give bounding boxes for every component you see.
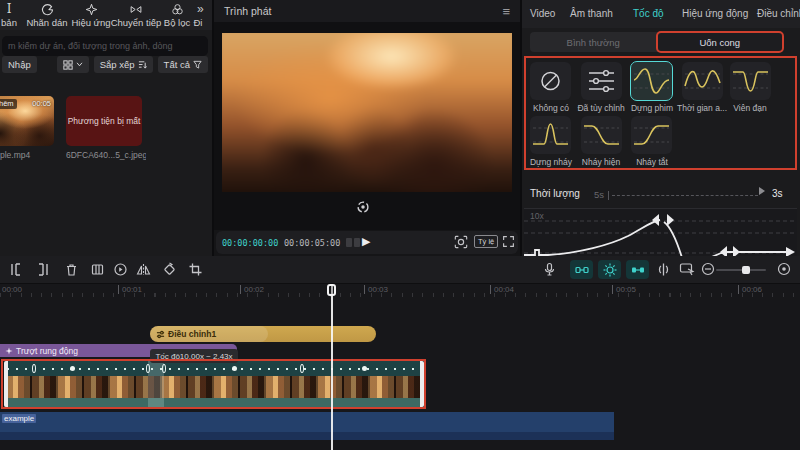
clip-left-handle[interactable] <box>4 361 8 407</box>
snapping-toggle[interactable] <box>598 260 621 279</box>
mode-normal-button[interactable]: Bình thường <box>530 32 657 52</box>
adjustment-clip[interactable]: Điều chỉnh1 <box>150 326 376 342</box>
filter-icon <box>171 2 184 16</box>
filter-all-button[interactable]: Tất cả <box>158 56 208 73</box>
menu-item-label: Hiệu ứng <box>71 17 110 28</box>
speed-mode-switch: Bình thường Uốn cong <box>530 32 783 52</box>
ruler-label: 00:05 <box>612 285 636 294</box>
clip-audio-strip <box>4 398 424 407</box>
sort-button[interactable]: Sắp xếp <box>94 56 153 73</box>
jump-cut-curve-icon <box>530 116 571 154</box>
speed-tooltip: Tốc độ10.00x ~ 2.43x <box>150 349 238 363</box>
clip-right-handle[interactable] <box>420 361 424 407</box>
timeline-section: 00:00 00:01 00:02 00:03 00:04 00:05 00:0… <box>0 256 800 450</box>
tab-adjust[interactable]: Điều chỉnh <box>757 8 800 19</box>
video-clip[interactable] <box>4 361 424 407</box>
reverse-icon[interactable] <box>113 262 128 277</box>
player-title: Trình phát <box>224 5 271 17</box>
speed-scale-label: 10x <box>530 211 544 221</box>
menu-item-text[interactable]: I bản <box>0 2 22 28</box>
flash-in-curve-icon <box>581 116 622 154</box>
tab-speed[interactable]: Tốc độ <box>633 8 664 19</box>
player-header: Trình phát ≡ <box>214 0 520 22</box>
preset-flash-out[interactable] <box>631 116 672 154</box>
preset-montage[interactable] <box>631 62 672 100</box>
ruler-label: 00:04 <box>490 285 514 294</box>
duration-row: Thời lượng 5s 3s <box>530 188 792 202</box>
video-viewport[interactable] <box>222 33 512 192</box>
delete-icon[interactable] <box>64 262 79 277</box>
split-icon[interactable] <box>656 262 671 277</box>
keyframe-dot <box>232 366 237 371</box>
preset-label: Viên đạn <box>722 103 778 113</box>
fullscreen-icon[interactable] <box>502 235 515 248</box>
aspect-ratio-button[interactable]: Tỷ lệ <box>474 235 498 248</box>
tab-video[interactable]: Video <box>530 8 555 19</box>
rotate-icon[interactable] <box>162 262 177 277</box>
effect-clip-label: Trượt rung động <box>16 346 78 356</box>
frame-step-icon[interactable] <box>346 238 360 247</box>
preset-hero-time[interactable] <box>682 62 723 100</box>
import-button[interactable]: Nhập <box>2 56 37 73</box>
speed-curve-strip <box>4 361 424 376</box>
snapping-icon <box>603 263 617 277</box>
menu-item-transitions[interactable]: Chuyển tiếp <box>110 2 162 28</box>
preset-custom[interactable] <box>581 62 622 100</box>
speed-properties-panel: Video Âm thanh Tốc độ Hiệu ứng động Điều… <box>522 0 800 256</box>
funnel-icon <box>193 60 202 69</box>
media-search-input[interactable] <box>2 36 208 56</box>
flash-out-curve-icon <box>631 116 672 154</box>
sort-icon <box>138 60 147 69</box>
player-stage <box>214 22 520 230</box>
media-menu-bar: I bản Nhãn dán Hiệu ứng Chuyển tiếp <box>0 0 212 30</box>
menu-item-stickers[interactable]: Nhãn dán <box>24 2 70 28</box>
menu-item-label: Nhãn dán <box>26 17 67 28</box>
mode-curve-button[interactable]: Uốn cong <box>657 32 784 52</box>
trim-left-icon[interactable] <box>8 262 23 277</box>
freeze-frame-icon[interactable] <box>90 262 105 277</box>
ruler-label: 00:03 <box>364 285 388 294</box>
preset-label: Dựng phim <box>624 103 680 113</box>
play-button[interactable]: ▶ <box>362 235 370 248</box>
focus-frame-icon[interactable] <box>454 235 468 249</box>
snapshot-icon[interactable] <box>356 200 370 214</box>
view-mode-button[interactable] <box>57 56 89 73</box>
total-time: 00:00:05:00 <box>284 238 340 248</box>
preset-jump-cut[interactable] <box>530 116 571 154</box>
ripple-link-icon <box>575 265 589 275</box>
zoom-in-icon[interactable] <box>777 262 791 276</box>
speed-curve-graph <box>524 209 797 256</box>
mirror-icon[interactable] <box>136 262 151 277</box>
media-item-video[interactable]: hêm 00:05 <box>0 96 54 146</box>
add-overlay-label: hêm <box>0 99 17 109</box>
playhead-handle[interactable] <box>327 284 336 296</box>
menu-item-label: bản <box>1 17 17 28</box>
crop-icon[interactable] <box>188 262 203 277</box>
menu-overflow-chevron-icon[interactable]: » <box>197 2 204 16</box>
zoom-slider-handle[interactable] <box>742 266 750 274</box>
tab-animation[interactable]: Hiệu ứng động <box>682 8 748 19</box>
trim-right-icon[interactable] <box>36 262 51 277</box>
speed-curve-editor[interactable]: 10x <box>524 208 797 256</box>
grid-view-icon <box>63 60 73 70</box>
keyframe-dot <box>70 366 75 371</box>
media-item-missing[interactable]: Phương tiện bị mất <box>66 96 142 146</box>
hero-time-curve-icon <box>682 62 723 100</box>
sticker-icon <box>41 2 54 16</box>
audio-clip[interactable]: example <box>0 412 614 440</box>
arrow-right-icon <box>759 187 765 195</box>
timeline-ruler[interactable]: 00:00 00:01 00:02 00:03 00:04 00:05 00:0… <box>0 284 800 297</box>
auto-ripple-toggle[interactable] <box>570 260 593 279</box>
zoom-out-icon[interactable] <box>701 262 715 276</box>
tab-audio[interactable]: Âm thanh <box>570 8 613 19</box>
none-icon <box>530 62 571 100</box>
preset-bullet[interactable] <box>730 62 771 100</box>
player-menu-icon[interactable]: ≡ <box>502 4 510 19</box>
record-voiceover-icon[interactable] <box>542 262 557 277</box>
preset-flash-in[interactable] <box>581 116 622 154</box>
linkage-toggle[interactable] <box>626 260 649 279</box>
menu-item-effects[interactable]: Hiệu ứng <box>70 2 112 28</box>
preset-none[interactable] <box>530 62 571 100</box>
preview-axis-icon[interactable] <box>679 262 695 276</box>
timeline-zoom-slider[interactable] <box>716 269 766 271</box>
